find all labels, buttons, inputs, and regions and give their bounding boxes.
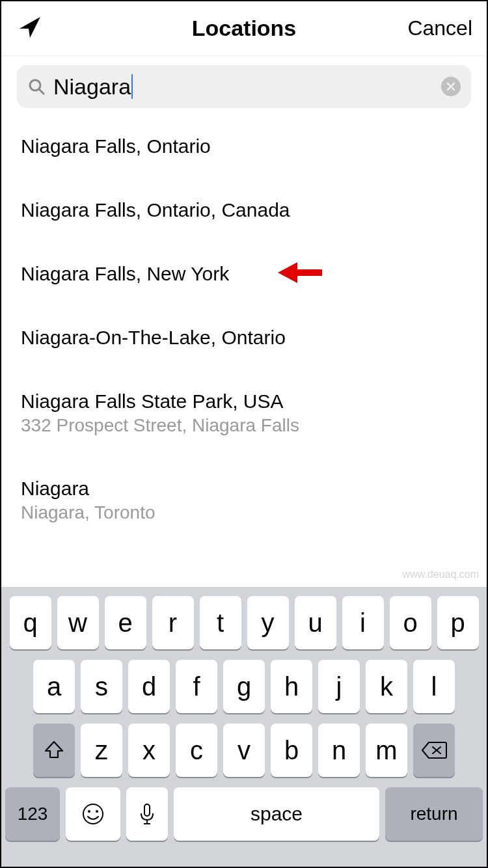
key-o[interactable]: o [390, 596, 431, 649]
nav-left [16, 13, 94, 44]
key-u[interactable]: u [295, 596, 336, 649]
emoji-icon [81, 802, 105, 826]
key-g[interactable]: g [223, 660, 265, 713]
key-a[interactable]: a [33, 660, 75, 713]
result-subtitle: Niagara, Toronto [21, 502, 467, 523]
result-title: Niagara Falls, New York [21, 263, 467, 285]
results-list: Niagara Falls, OntarioNiagara Falls, Ont… [1, 115, 487, 544]
search-input[interactable]: Niagara [17, 65, 471, 108]
backspace-key[interactable] [413, 724, 455, 777]
list-item[interactable]: Niagara Falls State Park, USA332 Prospec… [21, 370, 467, 457]
key-d[interactable]: d [128, 660, 170, 713]
result-title: Niagara [21, 478, 467, 500]
nav-bar: Locations Cancel [1, 1, 487, 56]
backspace-icon [421, 740, 447, 760]
close-icon [446, 82, 455, 91]
svg-point-10 [96, 810, 98, 813]
key-l[interactable]: l [413, 660, 455, 713]
shift-key[interactable] [33, 724, 75, 777]
key-w[interactable]: w [57, 596, 99, 649]
key-m[interactable]: m [366, 724, 407, 777]
result-title: Niagara-On-The-Lake, Ontario [21, 327, 467, 349]
keyboard: qwertyuiop asdfghjkl zxcvbnm 123 space [1, 587, 487, 867]
key-t[interactable]: t [200, 596, 241, 649]
result-subtitle: 332 Prospect Street, Niagara Falls [21, 415, 467, 436]
key-h[interactable]: h [271, 660, 312, 713]
list-item[interactable]: Niagara Falls, Ontario [21, 115, 467, 178]
key-k[interactable]: k [366, 660, 407, 713]
key-e[interactable]: e [105, 596, 146, 649]
svg-line-1 [39, 89, 44, 94]
annotation-arrow-icon [278, 260, 323, 288]
key-x[interactable]: x [128, 724, 170, 777]
svg-point-8 [83, 804, 103, 824]
key-s[interactable]: s [81, 660, 122, 713]
numbers-key[interactable]: 123 [5, 787, 60, 841]
key-v[interactable]: v [223, 724, 265, 777]
list-item[interactable]: Niagara-On-The-Lake, Ontario [21, 306, 467, 370]
svg-rect-11 [144, 804, 150, 816]
key-p[interactable]: p [437, 596, 479, 649]
location-arrow-icon[interactable] [16, 13, 44, 44]
dictation-key[interactable] [126, 787, 168, 841]
list-item[interactable]: Niagara Falls, New York [21, 242, 467, 306]
result-title: Niagara Falls, Ontario, Canada [21, 199, 467, 221]
key-f[interactable]: f [176, 660, 217, 713]
svg-point-9 [88, 810, 90, 813]
page-title: Locations [94, 16, 394, 41]
list-item[interactable]: NiagaraNiagara, Toronto [21, 457, 467, 544]
key-y[interactable]: y [247, 596, 289, 649]
shift-icon [43, 739, 65, 761]
key-i[interactable]: i [342, 596, 384, 649]
emoji-key[interactable] [66, 787, 120, 841]
result-title: Niagara Falls, Ontario [21, 135, 467, 157]
search-container: Niagara [1, 56, 487, 115]
return-key[interactable]: return [385, 787, 483, 841]
cancel-button[interactable]: Cancel [394, 16, 472, 40]
key-q[interactable]: q [10, 596, 51, 649]
key-c[interactable]: c [176, 724, 217, 777]
text-cursor [131, 74, 133, 99]
key-b[interactable]: b [271, 724, 312, 777]
watermark: www.deuaq.com [403, 569, 479, 580]
key-z[interactable]: z [81, 724, 122, 777]
search-value: Niagara [46, 74, 441, 100]
result-title: Niagara Falls State Park, USA [21, 390, 467, 413]
space-key[interactable]: space [174, 787, 379, 841]
clear-search-button[interactable] [441, 77, 461, 96]
mic-icon [138, 802, 156, 826]
key-r[interactable]: r [152, 596, 194, 649]
key-j[interactable]: j [318, 660, 360, 713]
key-n[interactable]: n [318, 724, 360, 777]
search-icon [27, 77, 46, 96]
list-item[interactable]: Niagara Falls, Ontario, Canada [21, 178, 467, 242]
svg-marker-5 [278, 262, 297, 283]
